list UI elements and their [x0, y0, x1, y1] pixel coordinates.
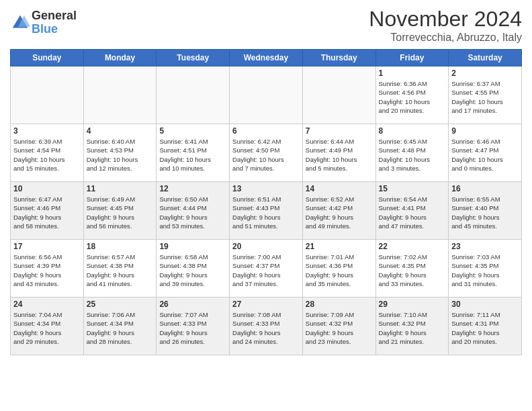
day-number: 20 [232, 242, 300, 251]
logo: General Blue [10, 9, 77, 36]
day-number: 21 [306, 242, 373, 251]
day-number: 27 [232, 300, 300, 309]
day-number: 25 [87, 300, 154, 309]
table-row: 4Sunrise: 6:40 AMSunset: 4:53 PMDaylight… [83, 124, 157, 182]
location: Torrevecchia, Abruzzo, Italy [369, 32, 522, 44]
cell-info: Sunrise: 6:58 AMSunset: 4:38 PMDaylight:… [159, 253, 226, 288]
weekday-header-row: SundayMondayTuesdayWednesdayThursdayFrid… [11, 50, 522, 66]
cell-info: Sunrise: 6:40 AMSunset: 4:53 PMDaylight:… [87, 137, 154, 173]
table-row: 17Sunrise: 6:56 AMSunset: 4:39 PMDayligh… [11, 240, 84, 298]
table-row: 24Sunrise: 7:04 AMSunset: 4:34 PMDayligh… [11, 298, 84, 355]
day-number: 1 [379, 68, 446, 78]
day-number: 3 [13, 126, 81, 136]
weekday-header-tuesday: Tuesday [157, 50, 230, 66]
table-row: 15Sunrise: 6:54 AMSunset: 4:41 PMDayligh… [375, 182, 449, 240]
table-row: 29Sunrise: 7:10 AMSunset: 4:32 PMDayligh… [375, 298, 449, 355]
table-row: 25Sunrise: 7:06 AMSunset: 4:34 PMDayligh… [83, 298, 157, 355]
title-block: November 2024 Torrevecchia, Abruzzo, Ita… [369, 7, 522, 44]
table-row [230, 66, 303, 124]
day-number: 17 [13, 242, 81, 251]
cell-info: Sunrise: 6:36 AMSunset: 4:56 PMDaylight:… [379, 79, 446, 115]
cell-info: Sunrise: 7:00 AMSunset: 4:37 PMDaylight:… [232, 253, 300, 288]
cell-info: Sunrise: 6:46 AMSunset: 4:47 PMDaylight:… [451, 137, 519, 173]
day-number: 15 [379, 184, 446, 193]
cell-info: Sunrise: 6:51 AMSunset: 4:43 PMDaylight:… [232, 195, 300, 230]
table-row: 8Sunrise: 6:45 AMSunset: 4:48 PMDaylight… [375, 124, 449, 182]
cell-info: Sunrise: 6:56 AMSunset: 4:39 PMDaylight:… [13, 253, 81, 288]
cell-info: Sunrise: 6:54 AMSunset: 4:41 PMDaylight:… [379, 195, 446, 230]
table-row: 18Sunrise: 6:57 AMSunset: 4:38 PMDayligh… [83, 240, 157, 298]
day-number: 4 [87, 126, 154, 136]
table-row: 2Sunrise: 6:37 AMSunset: 4:55 PMDaylight… [449, 66, 522, 124]
day-number: 12 [159, 184, 226, 193]
cell-info: Sunrise: 7:02 AMSunset: 4:35 PMDaylight:… [379, 253, 446, 288]
table-row: 6Sunrise: 6:42 AMSunset: 4:50 PMDaylight… [230, 124, 303, 182]
cell-info: Sunrise: 7:08 AMSunset: 4:33 PMDaylight:… [232, 310, 300, 346]
weekday-header-wednesday: Wednesday [230, 50, 303, 66]
weekday-header-friday: Friday [375, 50, 449, 66]
day-number: 26 [159, 300, 226, 309]
day-number: 19 [159, 242, 226, 251]
day-number: 30 [451, 300, 519, 309]
day-number: 9 [451, 126, 519, 136]
table-row: 3Sunrise: 6:39 AMSunset: 4:54 PMDaylight… [11, 124, 84, 182]
table-row: 5Sunrise: 6:41 AMSunset: 4:51 PMDaylight… [157, 124, 230, 182]
cell-info: Sunrise: 7:11 AMSunset: 4:31 PMDaylight:… [451, 310, 519, 346]
cell-info: Sunrise: 7:10 AMSunset: 4:32 PMDaylight:… [379, 310, 446, 346]
table-row: 21Sunrise: 7:01 AMSunset: 4:36 PMDayligh… [302, 240, 375, 298]
table-row: 9Sunrise: 6:46 AMSunset: 4:47 PMDaylight… [449, 124, 522, 182]
day-number: 28 [306, 300, 373, 309]
month-title: November 2024 [369, 7, 522, 32]
logo-blue: Blue [32, 22, 58, 36]
day-number: 2 [451, 68, 519, 78]
cell-info: Sunrise: 6:47 AMSunset: 4:46 PMDaylight:… [13, 195, 81, 230]
calendar-week-4: 17Sunrise: 6:56 AMSunset: 4:39 PMDayligh… [11, 240, 522, 298]
cell-info: Sunrise: 7:01 AMSunset: 4:36 PMDaylight:… [306, 253, 373, 288]
day-number: 8 [379, 126, 446, 136]
header: General Blue November 2024 Torrevecchia,… [10, 7, 522, 44]
day-number: 22 [379, 242, 446, 251]
calendar-container: General Blue November 2024 Torrevecchia,… [0, 0, 532, 411]
cell-info: Sunrise: 6:55 AMSunset: 4:40 PMDaylight:… [451, 195, 519, 230]
logo-text: General Blue [32, 9, 77, 36]
table-row: 11Sunrise: 6:49 AMSunset: 4:45 PMDayligh… [83, 182, 157, 240]
table-row: 10Sunrise: 6:47 AMSunset: 4:46 PMDayligh… [11, 182, 84, 240]
calendar-table: SundayMondayTuesdayWednesdayThursdayFrid… [10, 49, 522, 355]
calendar-week-3: 10Sunrise: 6:47 AMSunset: 4:46 PMDayligh… [11, 182, 522, 240]
day-number: 29 [379, 300, 446, 309]
cell-info: Sunrise: 6:44 AMSunset: 4:49 PMDaylight:… [306, 137, 373, 173]
table-row: 26Sunrise: 7:07 AMSunset: 4:33 PMDayligh… [157, 298, 230, 355]
cell-info: Sunrise: 6:45 AMSunset: 4:48 PMDaylight:… [379, 137, 446, 173]
calendar-week-1: 1Sunrise: 6:36 AMSunset: 4:56 PMDaylight… [11, 66, 522, 124]
cell-info: Sunrise: 6:57 AMSunset: 4:38 PMDaylight:… [87, 253, 154, 288]
day-number: 18 [87, 242, 154, 251]
table-row: 1Sunrise: 6:36 AMSunset: 4:56 PMDaylight… [375, 66, 449, 124]
table-row [157, 66, 230, 124]
day-number: 13 [232, 184, 300, 193]
cell-info: Sunrise: 7:03 AMSunset: 4:35 PMDaylight:… [451, 253, 519, 288]
table-row: 7Sunrise: 6:44 AMSunset: 4:49 PMDaylight… [302, 124, 375, 182]
calendar-week-5: 24Sunrise: 7:04 AMSunset: 4:34 PMDayligh… [11, 298, 522, 355]
cell-info: Sunrise: 6:41 AMSunset: 4:51 PMDaylight:… [159, 137, 226, 173]
logo-icon [10, 13, 30, 33]
day-number: 23 [451, 242, 519, 251]
table-row [11, 66, 84, 124]
day-number: 6 [232, 126, 300, 136]
table-row [83, 66, 157, 124]
table-row: 23Sunrise: 7:03 AMSunset: 4:35 PMDayligh… [449, 240, 522, 298]
cell-info: Sunrise: 6:39 AMSunset: 4:54 PMDaylight:… [13, 137, 81, 173]
day-number: 5 [159, 126, 226, 136]
table-row: 13Sunrise: 6:51 AMSunset: 4:43 PMDayligh… [230, 182, 303, 240]
weekday-header-monday: Monday [83, 50, 157, 66]
table-row: 19Sunrise: 6:58 AMSunset: 4:38 PMDayligh… [157, 240, 230, 298]
day-number: 10 [13, 184, 81, 193]
day-number: 11 [87, 184, 154, 193]
day-number: 24 [13, 300, 81, 309]
table-row: 28Sunrise: 7:09 AMSunset: 4:32 PMDayligh… [302, 298, 375, 355]
cell-info: Sunrise: 7:09 AMSunset: 4:32 PMDaylight:… [306, 310, 373, 346]
cell-info: Sunrise: 7:07 AMSunset: 4:33 PMDaylight:… [159, 310, 226, 346]
weekday-header-thursday: Thursday [302, 50, 375, 66]
weekday-header-saturday: Saturday [449, 50, 522, 66]
table-row: 27Sunrise: 7:08 AMSunset: 4:33 PMDayligh… [230, 298, 303, 355]
day-number: 7 [306, 126, 373, 136]
